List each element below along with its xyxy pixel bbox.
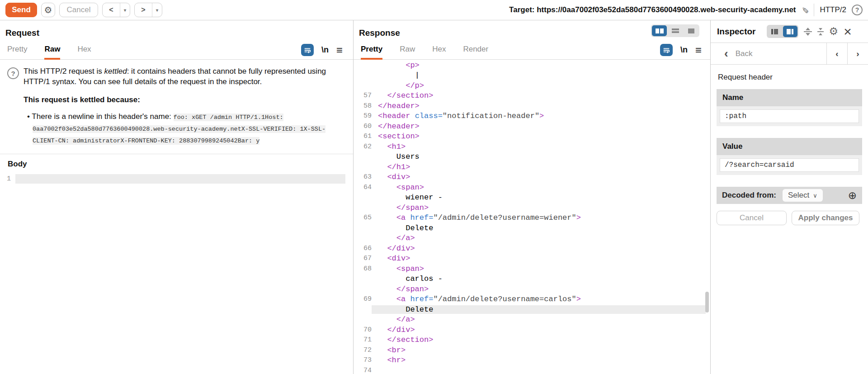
code-line[interactable]: </span> xyxy=(354,203,710,213)
tab-request-hex[interactable]: Hex xyxy=(77,45,91,59)
section-label: Request header xyxy=(718,73,862,82)
tab-response-raw[interactable]: Raw xyxy=(400,45,415,59)
header-name-input[interactable]: :path xyxy=(720,109,859,123)
top-toolbar: Send ⚙ Cancel < ▾ > ▾ Target: https://0a… xyxy=(0,0,868,20)
tab-response-pretty[interactable]: Pretty xyxy=(361,45,382,60)
code-line[interactable]: 68 <span> xyxy=(354,264,710,274)
tab-request-raw[interactable]: Raw xyxy=(44,45,60,60)
request-panel-head: Request Pretty Raw Hex \n ≡ xyxy=(0,20,353,60)
code-line[interactable]: carlos - xyxy=(354,274,710,284)
word-wrap-icon[interactable] xyxy=(660,44,673,56)
word-wrap-icon[interactable] xyxy=(301,44,314,56)
line-number: 74 xyxy=(354,367,372,374)
request-body-editor[interactable]: 1 xyxy=(0,174,353,184)
code-line[interactable]: 70 </div> xyxy=(354,325,710,335)
kettled-bullet: • There is a newline in this header's na… xyxy=(27,111,330,147)
info-help-icon: ? xyxy=(7,67,19,79)
tab-request-pretty[interactable]: Pretty xyxy=(7,45,27,59)
code-line[interactable]: 61<section> xyxy=(354,132,710,142)
code-line[interactable]: 65 <a href="/admin/delete?username=wiene… xyxy=(354,213,710,223)
code-line[interactable]: </h1> xyxy=(354,162,710,172)
line-number: 64 xyxy=(354,184,372,191)
http-version-label: HTTP/2 xyxy=(820,5,846,14)
code-line[interactable]: <p> xyxy=(354,60,710,71)
send-button[interactable]: Send xyxy=(5,3,37,17)
apply-changes-button[interactable]: Apply changes xyxy=(792,211,859,225)
caret-down-icon[interactable]: ▾ xyxy=(120,3,130,17)
caret-down-icon[interactable]: ▾ xyxy=(152,3,162,17)
dock-right-button[interactable] xyxy=(783,26,797,37)
body-line-empty[interactable] xyxy=(15,174,345,184)
code-line[interactable]: 58</header> xyxy=(354,101,710,111)
dock-left-button[interactable] xyxy=(768,26,782,37)
prev-header-button[interactable]: ‹ xyxy=(826,43,847,64)
hamburger-menu-icon[interactable]: ≡ xyxy=(336,46,343,55)
code-line[interactable]: | xyxy=(354,71,710,81)
code-line[interactable]: </span> xyxy=(354,284,710,294)
inspector-content: Request header Name :path Value /?search… xyxy=(711,65,868,225)
inspector-back-row: ‹ Back ‹ › xyxy=(711,43,868,65)
code-line[interactable]: 66 </div> xyxy=(354,243,710,254)
response-code-lines[interactable]: <p> | </p>57 </section>58</header>59<hea… xyxy=(354,60,710,374)
inspector-panel: Inspector ⚙ × ‹ Back ‹ › Request header xyxy=(711,20,868,374)
code-line[interactable]: Delete xyxy=(354,304,710,315)
toolbar-right: Target: https://0aa7002f03e52da580d77636… xyxy=(509,4,863,16)
code-line[interactable]: 72 <br> xyxy=(354,345,710,355)
help-icon[interactable]: ? xyxy=(852,5,863,15)
response-tabs: Pretty Raw Hex Render xyxy=(361,45,488,59)
next-request-button[interactable]: > ▾ xyxy=(134,3,162,17)
show-newlines-icon[interactable]: \n xyxy=(680,45,688,55)
request-title: Request xyxy=(5,28,39,38)
inspector-settings-icon[interactable]: ⚙ xyxy=(829,25,839,38)
header-name-box: Name :path xyxy=(717,89,862,126)
inspector-cancel-button[interactable]: Cancel xyxy=(717,211,787,225)
target-url: https://0aa7002f03e52da580d7763600490028… xyxy=(537,5,796,14)
back-button[interactable]: Back xyxy=(736,49,753,58)
decoded-from-select[interactable]: Select ∨ xyxy=(783,189,823,202)
code-line[interactable]: 69 <a href="/admin/delete?username=carlo… xyxy=(354,294,710,305)
tab-response-render[interactable]: Render xyxy=(463,45,488,59)
close-icon[interactable]: × xyxy=(844,26,852,37)
code-line[interactable]: </p> xyxy=(354,80,710,91)
gear-icon: ⚙ xyxy=(44,5,52,15)
code-line[interactable]: 64 <span> xyxy=(354,182,710,193)
code-line[interactable]: 63 <div> xyxy=(354,172,710,183)
tab-response-hex[interactable]: Hex xyxy=(432,45,446,59)
line-number: 61 xyxy=(354,133,372,140)
code-line[interactable]: wiener - xyxy=(354,193,710,203)
code-line[interactable]: 73 <hr> xyxy=(354,355,710,366)
code-line[interactable]: 67 <div> xyxy=(354,254,710,264)
code-line[interactable]: 59<header class="notification-header"> xyxy=(354,111,710,122)
show-newlines-icon[interactable]: \n xyxy=(321,45,329,55)
response-title: Response xyxy=(359,28,400,38)
code-line[interactable]: 74 xyxy=(354,365,710,374)
kettled-heading: This request is kettled because: xyxy=(24,95,344,104)
code-line[interactable]: 71 </section> xyxy=(354,335,710,346)
add-decoding-icon[interactable]: ⊕ xyxy=(848,189,857,202)
code-line[interactable]: </a> xyxy=(354,233,710,244)
response-view-icons: \n ≡ xyxy=(660,44,702,56)
code-line[interactable]: Delete xyxy=(354,223,710,233)
prev-request-button[interactable]: < ▾ xyxy=(102,3,130,17)
header-value-input[interactable]: /?search=carsaid xyxy=(720,158,859,172)
edit-target-icon[interactable]: ✎ xyxy=(800,6,810,14)
expand-sections-icon[interactable] xyxy=(804,28,812,36)
code-line[interactable]: Users xyxy=(354,152,710,162)
code-line[interactable]: 57 </section> xyxy=(354,91,710,101)
cancel-button[interactable]: Cancel xyxy=(59,3,98,17)
line-number: 62 xyxy=(354,143,372,151)
response-scrollbar[interactable] xyxy=(705,292,709,312)
hamburger-menu-icon[interactable]: ≡ xyxy=(695,46,702,55)
line-number: 60 xyxy=(354,123,372,130)
code-line[interactable]: 62 <h1> xyxy=(354,142,710,152)
code-line[interactable]: 60</header> xyxy=(354,121,710,132)
line-number: 63 xyxy=(354,173,372,181)
line-number: 66 xyxy=(354,245,372,252)
decoded-from-bar: Decoded from: Select ∨ ⊕ xyxy=(717,187,862,204)
back-chevron-icon[interactable]: ‹ xyxy=(724,47,728,61)
send-settings-button[interactable]: ⚙ xyxy=(41,3,55,17)
code-line[interactable]: </a> xyxy=(354,315,710,325)
next-header-button[interactable]: › xyxy=(847,43,868,64)
collapse-sections-icon[interactable] xyxy=(817,28,824,35)
decoded-from-label: Decoded from: xyxy=(722,191,776,200)
